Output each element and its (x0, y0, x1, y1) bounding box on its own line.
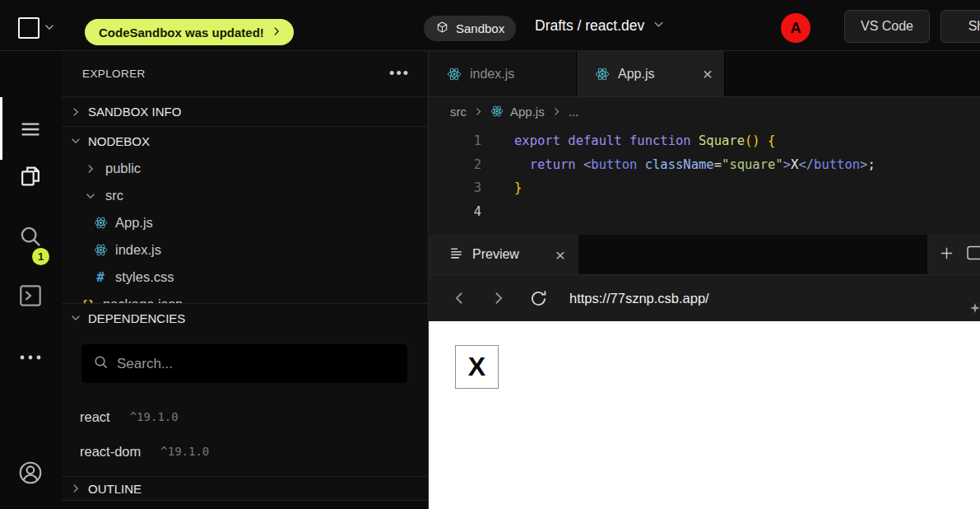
code-editor[interactable]: 1 export default function Square() { 2 r… (429, 125, 980, 235)
file-name: package.json (103, 297, 183, 303)
editor-tab-app-js[interactable]: App.js× (577, 51, 725, 96)
code-line-2: 2 return <button className="square">X</b… (429, 153, 980, 177)
sparkle-icon[interactable] (968, 300, 980, 320)
vs-code-button-label: VS Code (861, 19, 913, 34)
breadcrumb-segment[interactable]: ... (569, 105, 579, 119)
search-icon[interactable] (17, 223, 44, 250)
file-tree-item-index-js[interactable]: index.js (62, 236, 428, 264)
section-label: NODEBOX (88, 134, 150, 148)
forward-icon[interactable] (486, 286, 511, 311)
section-label: OUTLINE (88, 482, 142, 496)
open-window-icon[interactable] (966, 245, 980, 264)
preview-tab[interactable]: Preview × (429, 235, 578, 274)
section-label: DEPENDENCIES (88, 311, 185, 325)
chevron-right-icon (551, 106, 562, 117)
chevron-down-icon (83, 190, 98, 202)
chevron-right-icon (271, 26, 282, 40)
avatar[interactable]: A (781, 13, 810, 43)
editor-tab-index-js[interactable]: index.js (429, 51, 577, 96)
codesandbox-app: CodeSandbox was updated! Sandbox Drafts … (0, 0, 980, 509)
dependency-row-react-dom[interactable]: react-dom^19.1.0 (80, 434, 428, 469)
back-icon[interactable] (447, 286, 471, 311)
file-name: public (105, 161, 141, 176)
section-outline[interactable]: OUTLINE (62, 476, 428, 501)
chevron-right-icon (83, 163, 98, 175)
dependency-row-react[interactable]: react^19.1.0 (80, 399, 428, 434)
terminal-badge: 1 (32, 248, 49, 265)
explorer-files-icon[interactable] (17, 163, 44, 189)
add-tab-icon[interactable] (939, 245, 954, 264)
top-header: CodeSandbox was updated! Sandbox Drafts … (0, 0, 980, 51)
file-tree-item-styles-css[interactable]: #styles.css (62, 264, 428, 291)
logo-chevron-down-icon[interactable] (44, 21, 55, 33)
react-file-icon (447, 67, 462, 82)
chevron-right-icon (70, 483, 81, 494)
terminal-icon[interactable] (17, 283, 44, 309)
close-icon[interactable]: × (703, 65, 713, 82)
react-file-icon (93, 243, 108, 257)
breadcrumb-segment[interactable]: App.js (510, 105, 545, 119)
account-icon[interactable] (17, 460, 44, 486)
share-button[interactable]: Share (941, 10, 980, 43)
react-file-icon (490, 105, 504, 118)
file-name: App.js (115, 215, 153, 231)
line-number: 1 (429, 133, 481, 148)
preview-tab-label: Preview (472, 247, 519, 262)
update-banner-button[interactable]: CodeSandbox was updated! (85, 19, 294, 45)
square-x-label: X (468, 352, 485, 382)
breadcrumb-segment[interactable]: src (450, 105, 467, 119)
dependency-name: react-dom (80, 444, 141, 460)
dependency-name: react (80, 409, 110, 425)
line-number: 2 (429, 157, 481, 172)
section-nodebox[interactable]: NODEBOX (62, 126, 428, 155)
explorer-title: EXPLORER (82, 68, 146, 80)
file-tree: publicsrc App.js index.js#styles.css{}pa… (62, 155, 428, 303)
line-number: 3 (429, 180, 481, 195)
preview-content: X (429, 321, 980, 509)
dependency-search-input[interactable]: Search... (81, 344, 407, 383)
update-banner-label: CodeSandbox was updated! (99, 26, 264, 40)
cube-icon (435, 21, 449, 37)
explorer-panel: EXPLORER ••• SANDBOX INFO NODEBOX public… (62, 51, 429, 509)
project-breadcrumb[interactable]: Drafts / react.dev (535, 0, 665, 51)
active-view-indicator (0, 97, 2, 160)
activity-bar: 1 (0, 51, 62, 509)
line-number: 4 (429, 204, 481, 219)
chevron-down-icon (653, 17, 665, 35)
chevron-down-icon (70, 312, 81, 324)
explorer-more-icon[interactable]: ••• (389, 65, 410, 82)
project-breadcrumb-label: Drafts / react.dev (535, 17, 644, 35)
menu-hamburger-icon[interactable] (17, 116, 44, 142)
close-icon[interactable]: × (555, 246, 565, 264)
chevron-right-icon (70, 106, 81, 118)
editor-breadcrumb[interactable]: src App.js... (429, 97, 980, 125)
search-placeholder: Search... (117, 356, 173, 372)
file-tree-item-public[interactable]: public (62, 155, 428, 182)
dependency-list: react^19.1.0react-dom^19.1.0 (62, 383, 428, 469)
codesandbox-logo-icon[interactable] (18, 17, 39, 39)
dependency-version: ^19.1.0 (160, 445, 209, 458)
css-file-icon: # (93, 269, 108, 285)
section-label: SANDBOX INFO (88, 105, 181, 119)
terminal-badge-count: 1 (38, 250, 44, 263)
sandbox-badge-label: Sandbox (456, 21, 504, 35)
file-tree-item-app-js[interactable]: App.js (62, 209, 428, 236)
preview-url[interactable]: https://77sznp.csb.app/ (569, 291, 709, 306)
file-tree-item-src[interactable]: src (62, 182, 428, 209)
code-line-1: 1 export default function Square() { (429, 129, 980, 153)
chevron-right-icon (473, 106, 484, 117)
avatar-letter: A (791, 20, 801, 37)
dependency-version: ^19.1.0 (130, 410, 179, 423)
square-x-button[interactable]: X (455, 345, 499, 389)
vs-code-button[interactable]: VS Code (844, 10, 930, 43)
more-options-icon[interactable] (17, 344, 44, 371)
section-dependencies[interactable]: DEPENDENCIES (62, 303, 428, 332)
dependency-search-wrap: Search... (62, 332, 428, 383)
section-sandbox-info[interactable]: SANDBOX INFO (62, 96, 428, 126)
preview-navigation-bar: https://77sznp.csb.app/ (429, 275, 980, 321)
editor-tab-bar: index.js App.js× (429, 51, 980, 97)
tab-label: index.js (470, 67, 514, 82)
file-tree-item-package-json[interactable]: {}package.json (62, 291, 428, 303)
refresh-icon[interactable] (526, 286, 550, 311)
chevron-down-icon (70, 135, 81, 147)
